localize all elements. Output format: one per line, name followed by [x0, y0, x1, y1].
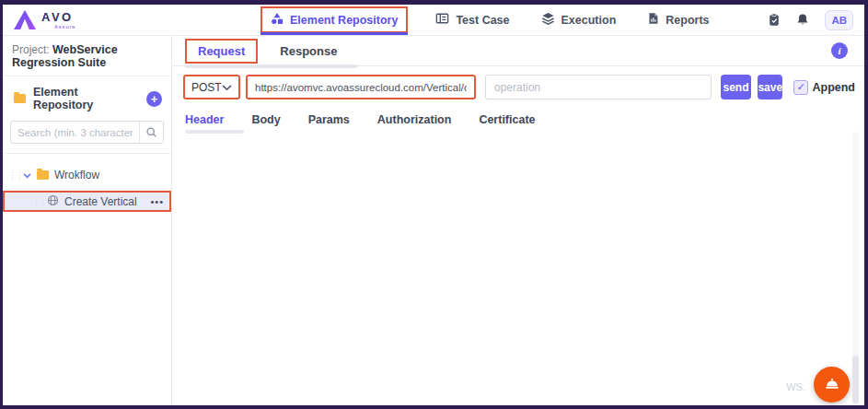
search-icon[interactable]: [139, 122, 163, 143]
subtab-authorization[interactable]: Authorization: [377, 113, 452, 126]
project-row: Project: WebService Regression Suite: [3, 36, 171, 76]
chevron-down-icon: [222, 81, 232, 94]
vertical-scrollbar[interactable]: [852, 132, 859, 405]
main-nav: Element Repository Test Case Execution: [260, 5, 713, 35]
folder-icon: [14, 94, 26, 103]
search-row: [3, 119, 171, 154]
append-control: ✓ Append: [793, 80, 855, 95]
avo-logo-icon: [14, 10, 36, 29]
subtab-params[interactable]: Params: [308, 113, 350, 126]
element-tree: ⋮⋮ Wrokflow ⋮⋮ Create Vertical •••: [3, 154, 171, 212]
request-builder-row: POST send save ✓ Append: [172, 66, 864, 107]
folder-icon: [37, 170, 49, 180]
logo-sub-text: Assure: [54, 24, 75, 29]
nav-label: Reports: [665, 14, 709, 27]
drag-handle-icon[interactable]: ⋮⋮: [8, 170, 17, 180]
repository-section-title: Element Repository: [33, 86, 139, 111]
logo-brand-text: AVO: [41, 11, 75, 23]
subtab-body[interactable]: Body: [251, 113, 280, 126]
drag-handle-icon[interactable]: ⋮⋮: [32, 197, 41, 206]
send-button[interactable]: send: [721, 75, 751, 99]
info-icon[interactable]: i: [831, 42, 848, 59]
watermark-text: WS.: [786, 381, 805, 392]
tree-item-create-vertical[interactable]: ⋮⋮ Create Vertical •••: [3, 191, 171, 212]
request-response-tabs: Request Response i: [172, 36, 864, 66]
list-icon: [435, 12, 449, 28]
shapes-icon: [271, 12, 284, 28]
support-fab-button[interactable]: [814, 367, 850, 403]
nav-test-case[interactable]: Test Case: [432, 5, 513, 35]
subtab-certificate[interactable]: Certificate: [479, 113, 535, 126]
report-file-icon: [647, 12, 659, 28]
sidebar: Project: WebService Regression Suite Ele…: [3, 36, 172, 405]
tab-response[interactable]: Response: [278, 41, 339, 62]
tree-folder-label: Wrokflow: [54, 169, 99, 181]
url-input[interactable]: [246, 75, 476, 99]
bell-icon[interactable]: [796, 13, 809, 27]
web-service-icon: [47, 194, 59, 209]
request-subtabs: Header Body Params Authorization Certifi…: [172, 107, 864, 132]
tree-folder-workflow[interactable]: ⋮⋮ Wrokflow: [3, 165, 171, 185]
nav-element-repository[interactable]: Element Repository: [260, 5, 408, 35]
scrollbar-thumb[interactable]: [852, 356, 859, 403]
save-button[interactable]: save: [758, 75, 782, 99]
kebab-menu-icon[interactable]: •••: [150, 196, 164, 207]
append-checkbox[interactable]: ✓: [793, 80, 808, 95]
operation-input[interactable]: [485, 75, 712, 99]
tab-scrollbar-thumb[interactable]: [185, 64, 358, 68]
nav-execution[interactable]: Execution: [538, 5, 620, 35]
nav-label: Execution: [561, 14, 617, 27]
nav-active-indicator: [260, 32, 408, 35]
project-label: Project:: [12, 43, 50, 56]
nav-reports[interactable]: Reports: [643, 5, 712, 35]
avo-logo[interactable]: AVO Assure: [14, 10, 161, 29]
search-input[interactable]: [11, 127, 139, 138]
nav-label: Test Case: [456, 14, 509, 27]
user-avatar[interactable]: AB: [825, 10, 853, 30]
add-element-button[interactable]: +: [146, 91, 162, 107]
method-value: POST: [191, 81, 222, 94]
bot-dome-icon: [824, 376, 840, 393]
layers-icon: [541, 12, 555, 28]
app-window: AVO Assure Element Repository Test Case: [0, 0, 868, 409]
subtab-header[interactable]: Header: [185, 113, 224, 126]
append-label: Append: [812, 81, 855, 94]
top-navbar: AVO Assure Element Repository Test Case: [3, 5, 864, 36]
main-panel: Request Response i POST send save ✓ Appe…: [172, 36, 864, 405]
request-content-area: WS.: [172, 132, 864, 405]
tab-request[interactable]: Request: [185, 39, 258, 64]
repository-section-row: Element Repository +: [3, 76, 171, 119]
navbar-right: AB: [768, 10, 853, 30]
nav-label: Element Repository: [290, 14, 398, 27]
chevron-down-icon[interactable]: [23, 169, 31, 181]
method-select[interactable]: POST: [183, 75, 240, 99]
tree-item-label: Create Vertical: [64, 195, 137, 208]
clipboard-check-icon[interactable]: [768, 13, 781, 27]
